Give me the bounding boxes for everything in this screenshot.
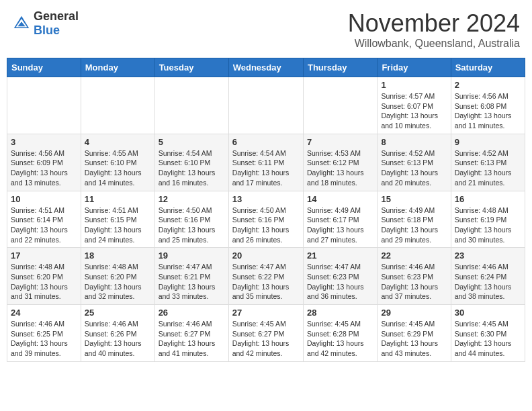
day-number: 22 xyxy=(381,250,447,261)
day-info: Sunrise: 4:51 AMSunset: 6:15 PMDaylight:… xyxy=(85,205,151,245)
day-info: Sunrise: 4:46 AMSunset: 6:23 PMDaylight:… xyxy=(381,262,447,302)
day-number: 4 xyxy=(85,137,151,147)
day-number: 25 xyxy=(85,308,151,318)
day-info: Sunrise: 4:48 AMSunset: 6:20 PMDaylight:… xyxy=(85,262,151,302)
calendar-cell: 18Sunrise: 4:48 AMSunset: 6:20 PMDayligh… xyxy=(81,248,154,305)
day-number: 7 xyxy=(307,137,373,147)
day-info: Sunrise: 4:46 AMSunset: 6:27 PMDaylight:… xyxy=(159,319,225,359)
calendar-cell: 16Sunrise: 4:48 AMSunset: 6:19 PMDayligh… xyxy=(451,191,525,248)
calendar-cell: 8Sunrise: 4:52 AMSunset: 6:13 PMDaylight… xyxy=(378,134,451,191)
calendar-cell: 5Sunrise: 4:54 AMSunset: 6:10 PMDaylight… xyxy=(154,134,228,191)
calendar-cell: 10Sunrise: 4:51 AMSunset: 6:14 PMDayligh… xyxy=(7,191,81,248)
calendar-cell: 3Sunrise: 4:56 AMSunset: 6:09 PMDaylight… xyxy=(7,134,81,191)
logo: General Blue xyxy=(12,9,79,38)
day-info: Sunrise: 4:45 AMSunset: 6:30 PMDaylight:… xyxy=(455,319,521,359)
calendar-cell: 11Sunrise: 4:51 AMSunset: 6:15 PMDayligh… xyxy=(81,191,154,248)
calendar-week-row: 1Sunrise: 4:57 AMSunset: 6:07 PMDaylight… xyxy=(7,77,525,134)
day-number: 29 xyxy=(381,308,447,318)
column-header-wednesday: Wednesday xyxy=(228,58,303,77)
day-info: Sunrise: 4:46 AMSunset: 6:25 PMDaylight:… xyxy=(11,319,77,359)
day-number: 20 xyxy=(232,250,300,261)
title-block: November 2024 Willowbank, Queensland, Au… xyxy=(348,9,520,50)
month-title: November 2024 xyxy=(348,9,520,38)
day-number: 12 xyxy=(159,194,225,204)
column-header-saturday: Saturday xyxy=(451,58,525,77)
calendar-cell: 14Sunrise: 4:49 AMSunset: 6:17 PMDayligh… xyxy=(303,191,377,248)
calendar-cell: 27Sunrise: 4:45 AMSunset: 6:27 PMDayligh… xyxy=(228,305,303,362)
calendar-week-row: 10Sunrise: 4:51 AMSunset: 6:14 PMDayligh… xyxy=(7,191,525,248)
calendar-cell: 13Sunrise: 4:50 AMSunset: 6:16 PMDayligh… xyxy=(228,191,303,248)
logo-icon xyxy=(12,14,31,33)
day-number: 26 xyxy=(159,308,225,318)
calendar-week-row: 17Sunrise: 4:48 AMSunset: 6:20 PMDayligh… xyxy=(7,248,525,305)
day-info: Sunrise: 4:45 AMSunset: 6:29 PMDaylight:… xyxy=(381,319,447,359)
day-info: Sunrise: 4:51 AMSunset: 6:14 PMDaylight:… xyxy=(11,205,77,245)
day-number: 2 xyxy=(455,80,521,90)
day-info: Sunrise: 4:47 AMSunset: 6:21 PMDaylight:… xyxy=(159,262,225,302)
calendar-cell: 9Sunrise: 4:52 AMSunset: 6:13 PMDaylight… xyxy=(451,134,525,191)
day-number: 30 xyxy=(455,308,521,318)
calendar-cell xyxy=(228,77,303,134)
calendar-cell: 7Sunrise: 4:53 AMSunset: 6:12 PMDaylight… xyxy=(303,134,377,191)
day-number: 23 xyxy=(455,250,521,261)
calendar-cell: 6Sunrise: 4:54 AMSunset: 6:11 PMDaylight… xyxy=(228,134,303,191)
day-number: 18 xyxy=(85,250,151,261)
day-info: Sunrise: 4:54 AMSunset: 6:10 PMDaylight:… xyxy=(159,148,225,188)
column-header-sunday: Sunday xyxy=(7,58,81,77)
column-header-monday: Monday xyxy=(81,58,154,77)
calendar-cell: 4Sunrise: 4:55 AMSunset: 6:10 PMDaylight… xyxy=(81,134,154,191)
calendar-cell: 15Sunrise: 4:49 AMSunset: 6:18 PMDayligh… xyxy=(378,191,451,248)
calendar-cell: 20Sunrise: 4:47 AMSunset: 6:22 PMDayligh… xyxy=(228,248,303,305)
calendar-cell: 21Sunrise: 4:47 AMSunset: 6:23 PMDayligh… xyxy=(303,248,377,305)
calendar-cell xyxy=(7,77,81,134)
day-number: 16 xyxy=(455,194,521,204)
day-number: 21 xyxy=(307,250,373,261)
calendar-cell: 24Sunrise: 4:46 AMSunset: 6:25 PMDayligh… xyxy=(7,305,81,362)
day-info: Sunrise: 4:50 AMSunset: 6:16 PMDaylight:… xyxy=(232,205,300,245)
calendar-week-row: 24Sunrise: 4:46 AMSunset: 6:25 PMDayligh… xyxy=(7,305,525,362)
column-header-friday: Friday xyxy=(378,58,451,77)
logo-general: General xyxy=(34,9,79,23)
day-info: Sunrise: 4:54 AMSunset: 6:11 PMDaylight:… xyxy=(232,148,300,188)
day-number: 19 xyxy=(159,250,225,261)
day-info: Sunrise: 4:45 AMSunset: 6:28 PMDaylight:… xyxy=(307,319,373,359)
day-info: Sunrise: 4:47 AMSunset: 6:23 PMDaylight:… xyxy=(307,262,373,302)
day-info: Sunrise: 4:50 AMSunset: 6:16 PMDaylight:… xyxy=(159,205,225,245)
day-number: 10 xyxy=(11,194,77,204)
day-number: 11 xyxy=(85,194,151,204)
calendar-cell: 28Sunrise: 4:45 AMSunset: 6:28 PMDayligh… xyxy=(303,305,377,362)
location: Willowbank, Queensland, Australia xyxy=(348,38,520,50)
day-info: Sunrise: 4:52 AMSunset: 6:13 PMDaylight:… xyxy=(455,148,521,188)
day-number: 13 xyxy=(232,194,300,204)
day-info: Sunrise: 4:47 AMSunset: 6:22 PMDaylight:… xyxy=(232,262,300,302)
day-info: Sunrise: 4:55 AMSunset: 6:10 PMDaylight:… xyxy=(85,148,151,188)
calendar-cell xyxy=(81,77,154,134)
calendar-header-row: SundayMondayTuesdayWednesdayThursdayFrid… xyxy=(7,58,525,77)
day-number: 14 xyxy=(307,194,373,204)
calendar-cell: 26Sunrise: 4:46 AMSunset: 6:27 PMDayligh… xyxy=(154,305,228,362)
logo-blue: Blue xyxy=(34,24,60,37)
day-info: Sunrise: 4:53 AMSunset: 6:12 PMDaylight:… xyxy=(307,148,373,188)
day-number: 1 xyxy=(381,80,447,90)
page-header: General Blue November 2024 Willowbank, Q… xyxy=(7,7,525,52)
calendar-cell: 29Sunrise: 4:45 AMSunset: 6:29 PMDayligh… xyxy=(378,305,451,362)
day-number: 9 xyxy=(455,137,521,147)
day-info: Sunrise: 4:56 AMSunset: 6:09 PMDaylight:… xyxy=(11,148,77,188)
calendar-cell: 23Sunrise: 4:46 AMSunset: 6:24 PMDayligh… xyxy=(451,248,525,305)
calendar-cell: 12Sunrise: 4:50 AMSunset: 6:16 PMDayligh… xyxy=(154,191,228,248)
calendar-week-row: 3Sunrise: 4:56 AMSunset: 6:09 PMDaylight… xyxy=(7,134,525,191)
calendar-cell: 2Sunrise: 4:56 AMSunset: 6:08 PMDaylight… xyxy=(451,77,525,134)
day-number: 6 xyxy=(232,137,300,147)
column-header-thursday: Thursday xyxy=(303,58,377,77)
day-number: 8 xyxy=(381,137,447,147)
calendar-cell xyxy=(154,77,228,134)
day-number: 15 xyxy=(381,194,447,204)
day-info: Sunrise: 4:45 AMSunset: 6:27 PMDaylight:… xyxy=(232,319,300,359)
calendar-cell: 17Sunrise: 4:48 AMSunset: 6:20 PMDayligh… xyxy=(7,248,81,305)
day-number: 28 xyxy=(307,308,373,318)
calendar-cell xyxy=(303,77,377,134)
day-info: Sunrise: 4:46 AMSunset: 6:24 PMDaylight:… xyxy=(455,262,521,302)
column-header-tuesday: Tuesday xyxy=(154,58,228,77)
day-number: 3 xyxy=(11,137,77,147)
day-info: Sunrise: 4:52 AMSunset: 6:13 PMDaylight:… xyxy=(381,148,447,188)
